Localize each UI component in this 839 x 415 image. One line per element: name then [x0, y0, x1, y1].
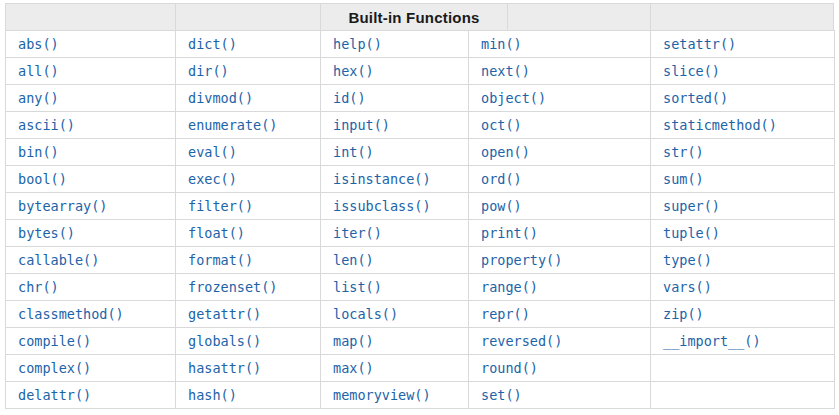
function-link[interactable]: divmod() — [188, 90, 253, 106]
function-link[interactable]: bool() — [18, 171, 67, 187]
function-cell: hasattr() — [176, 355, 321, 382]
header-cell-title: Built-in Functions — [321, 4, 508, 30]
function-link[interactable]: list() — [333, 279, 382, 295]
function-cell: str() — [651, 139, 835, 166]
function-link[interactable]: locals() — [333, 306, 398, 322]
function-cell: max() — [321, 355, 469, 382]
function-link[interactable]: globals() — [188, 333, 261, 349]
function-link[interactable]: round() — [481, 360, 538, 376]
function-link[interactable]: compile() — [18, 333, 91, 349]
function-link[interactable]: input() — [333, 117, 390, 133]
function-link[interactable]: repr() — [481, 306, 530, 322]
function-cell: zip() — [651, 301, 835, 328]
function-cell: getattr() — [176, 301, 321, 328]
function-link[interactable]: filter() — [188, 198, 253, 214]
function-cell: open() — [469, 139, 651, 166]
function-link[interactable]: delattr() — [18, 387, 91, 403]
function-link[interactable]: hasattr() — [188, 360, 261, 376]
function-link[interactable]: oct() — [481, 117, 522, 133]
function-link[interactable]: bytearray() — [18, 198, 107, 214]
function-link[interactable]: frozenset() — [188, 279, 277, 295]
table-row: classmethod()getattr()locals()repr()zip(… — [6, 301, 835, 328]
table-row: delattr()hash()memoryview()set() — [6, 382, 835, 409]
function-link[interactable]: sum() — [663, 171, 704, 187]
table-row: ascii()enumerate()input()oct()staticmeth… — [6, 112, 835, 139]
function-link[interactable]: issubclass() — [333, 198, 431, 214]
function-cell: type() — [651, 247, 835, 274]
function-link[interactable]: complex() — [18, 360, 91, 376]
function-cell: filter() — [176, 193, 321, 220]
function-link[interactable]: str() — [663, 144, 704, 160]
function-link[interactable]: reversed() — [481, 333, 562, 349]
function-cell: min() — [469, 31, 651, 58]
function-cell: frozenset() — [176, 274, 321, 301]
function-cell: slice() — [651, 58, 835, 85]
function-cell: setattr() — [651, 31, 835, 58]
function-link[interactable]: vars() — [663, 279, 712, 295]
function-link[interactable]: __import__() — [663, 333, 761, 349]
function-link[interactable]: ord() — [481, 171, 522, 187]
function-link[interactable]: tuple() — [663, 225, 720, 241]
function-link[interactable]: pow() — [481, 198, 522, 214]
function-link[interactable]: callable() — [18, 252, 99, 268]
table-row: abs()dict()help()min()setattr() — [6, 31, 835, 58]
function-link[interactable]: bytes() — [18, 225, 75, 241]
function-link[interactable]: bin() — [18, 144, 59, 160]
function-link[interactable]: range() — [481, 279, 538, 295]
function-link[interactable]: any() — [18, 90, 59, 106]
function-link[interactable]: id() — [333, 90, 366, 106]
function-link[interactable]: set() — [481, 387, 522, 403]
function-link[interactable]: object() — [481, 90, 546, 106]
function-link[interactable]: setattr() — [663, 36, 736, 52]
function-link[interactable]: dict() — [188, 36, 237, 52]
function-link[interactable]: help() — [333, 36, 382, 52]
function-link[interactable]: chr() — [18, 279, 59, 295]
function-link[interactable]: abs() — [18, 36, 59, 52]
function-link[interactable]: zip() — [663, 306, 704, 322]
function-link[interactable]: open() — [481, 144, 530, 160]
function-link[interactable]: eval() — [188, 144, 237, 160]
function-cell: hash() — [176, 382, 321, 409]
function-cell: id() — [321, 85, 469, 112]
function-link[interactable]: hex() — [333, 63, 374, 79]
function-link[interactable]: memoryview() — [333, 387, 431, 403]
function-link[interactable]: next() — [481, 63, 530, 79]
function-cell: abs() — [6, 31, 176, 58]
function-cell: len() — [321, 247, 469, 274]
table-title: Built-in Functions — [348, 9, 479, 26]
function-link[interactable]: slice() — [663, 63, 720, 79]
function-link[interactable]: max() — [333, 360, 374, 376]
function-link[interactable]: getattr() — [188, 306, 261, 322]
function-link[interactable]: super() — [663, 198, 720, 214]
function-link[interactable]: dir() — [188, 63, 229, 79]
function-cell: compile() — [6, 328, 176, 355]
function-link[interactable]: print() — [481, 225, 538, 241]
function-cell: hex() — [321, 58, 469, 85]
function-cell: dict() — [176, 31, 321, 58]
function-link[interactable]: hash() — [188, 387, 237, 403]
function-link[interactable]: enumerate() — [188, 117, 277, 133]
function-link[interactable]: all() — [18, 63, 59, 79]
function-link[interactable]: len() — [333, 252, 374, 268]
function-link[interactable]: sorted() — [663, 90, 728, 106]
function-link[interactable]: property() — [481, 252, 562, 268]
function-link[interactable]: float() — [188, 225, 245, 241]
function-link[interactable]: map() — [333, 333, 374, 349]
header-cell-empty-3 — [508, 4, 651, 30]
function-link[interactable]: classmethod() — [18, 306, 124, 322]
function-link[interactable]: ascii() — [18, 117, 75, 133]
function-cell: sum() — [651, 166, 835, 193]
function-link[interactable]: exec() — [188, 171, 237, 187]
function-link[interactable]: int() — [333, 144, 374, 160]
function-link[interactable]: min() — [481, 36, 522, 52]
function-link[interactable]: staticmethod() — [663, 117, 777, 133]
function-cell: object() — [469, 85, 651, 112]
function-cell: list() — [321, 274, 469, 301]
table-row: bool()exec()isinstance()ord()sum() — [6, 166, 835, 193]
function-cell: globals() — [176, 328, 321, 355]
function-link[interactable]: type() — [663, 252, 712, 268]
function-link[interactable]: iter() — [333, 225, 382, 241]
function-link[interactable]: format() — [188, 252, 253, 268]
table-row: bytes()float()iter()print()tuple() — [6, 220, 835, 247]
function-link[interactable]: isinstance() — [333, 171, 431, 187]
